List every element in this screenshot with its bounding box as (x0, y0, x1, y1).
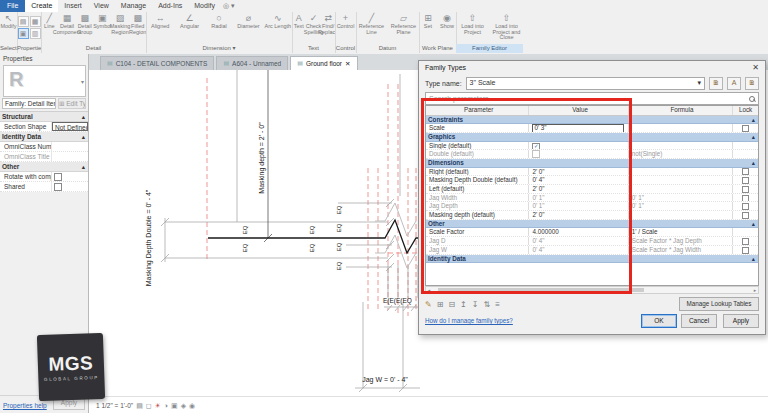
lock-checkbox[interactable] (742, 247, 749, 254)
lock-checkbox[interactable] (742, 212, 749, 219)
sort-descending-icon[interactable]: ≡ (495, 300, 500, 309)
panel-label-control[interactable]: Control (335, 44, 356, 53)
family-types-icon[interactable]: ▣ (18, 28, 29, 39)
new-parameter-icon[interactable]: ⊞ (437, 300, 444, 309)
panel-label-dimension[interactable]: Dimension ▾ (146, 44, 292, 53)
edit-type-button[interactable]: ⊞ Edit Type (58, 98, 86, 109)
load-into-project-button[interactable]: ⇧Load into Project (456, 13, 489, 35)
tab-file[interactable]: File (0, 0, 25, 12)
panel-label-detail[interactable]: Detail (41, 44, 146, 53)
view-tab-ground-floor[interactable]: ▤Ground floor✕ (290, 56, 357, 70)
set-work-plane-button[interactable]: ⊞Set (419, 13, 437, 30)
rename-type-button[interactable]: A (727, 77, 741, 90)
properties-help-link[interactable]: Properties help (3, 402, 47, 409)
tab-create[interactable]: Create (25, 0, 58, 12)
angular-dimension-button[interactable]: ∠Angular (175, 13, 203, 30)
property-group-structural[interactable]: Structural▴ (0, 112, 88, 122)
lock-checkbox[interactable] (742, 168, 749, 175)
masking-region-button[interactable]: ▨Masking Region (112, 13, 129, 35)
move-up-icon[interactable]: ↥ (460, 300, 467, 309)
visual-style-icon[interactable]: ◻ (146, 402, 152, 410)
panel-label-text[interactable]: Text (292, 44, 335, 53)
load-into-project-close-button[interactable]: ⇧Load into Project and Close (490, 13, 523, 41)
family-filter-combo[interactable]: Family: Detail Items ▾ (2, 98, 56, 109)
family-category-icon[interactable]: ▦ (30, 16, 41, 27)
rotate-with-component-checkbox[interactable] (54, 173, 62, 181)
new-type-button[interactable]: 🗎 (709, 77, 723, 90)
symbol-button[interactable]: ▣Symbol (94, 13, 111, 30)
view-tab-a604[interactable]: ▤A604 - Unnamed (216, 56, 288, 70)
shared-checkbox[interactable] (54, 183, 62, 191)
sort-ascending-icon[interactable]: ⇅ (484, 300, 491, 309)
tab-addins[interactable]: Add-Ins (152, 0, 188, 12)
delete-parameter-icon[interactable]: ⊟ (448, 300, 455, 309)
cancel-button[interactable]: Cancel (681, 314, 717, 328)
property-row-shared[interactable]: Shared (0, 182, 88, 192)
crop-view-icon[interactable]: ▣ (171, 402, 178, 410)
aligned-dimension-button[interactable]: ↔Aligned (146, 13, 174, 30)
lock-checkbox[interactable] (742, 125, 749, 132)
lock-checkbox[interactable] (742, 186, 749, 193)
show-work-plane-button[interactable]: ◉Show (438, 13, 456, 30)
close-icon[interactable]: ✕ (345, 57, 350, 70)
family-parameters-icon[interactable]: ▥ (30, 28, 41, 39)
property-row-omniclass-title[interactable]: OmniClass Title (0, 152, 88, 162)
panel-label-properties[interactable]: Properties (17, 44, 41, 53)
modify-context-dropdown[interactable]: ◎ ▾ (221, 0, 239, 12)
scroll-right-icon[interactable]: ▸ (752, 287, 758, 293)
tab-manage[interactable]: Manage (115, 0, 152, 12)
reference-line-button[interactable]: ╱Reference Line (356, 13, 387, 35)
manage-lookup-tables-button[interactable]: Manage Lookup Tables (679, 297, 759, 311)
view-scale-label[interactable]: 1 1/2" = 1'-0" (96, 402, 133, 409)
close-icon[interactable]: ✕ (752, 63, 759, 72)
reveal-hidden-elements-icon[interactable]: ◉ (189, 402, 195, 410)
detail-group-button[interactable]: ▩Detail Group (76, 13, 93, 35)
panel-label-family-editor[interactable]: Family Editor (456, 44, 523, 53)
properties-palette-icon[interactable]: ▤ (18, 16, 29, 27)
view-tab-c104[interactable]: ▤C104 - DETAIL COMPONENTS (100, 56, 214, 70)
delete-type-button[interactable]: 🗎 (745, 77, 759, 90)
sun-path-icon[interactable]: ☀ (155, 402, 161, 410)
crop-region-visibility-icon[interactable]: ◈ (181, 402, 186, 410)
filled-region-button[interactable]: ▩Filled Region (129, 13, 146, 35)
detail-component-button[interactable]: ▦Detail Component (59, 13, 76, 35)
property-group-identity-data[interactable]: Identity Data▴ (0, 132, 88, 142)
diameter-dimension-button[interactable]: ⌀Diameter (234, 13, 262, 30)
reference-plane-button[interactable]: ▱Reference Plane (388, 13, 419, 35)
svg-text:EQ: EQ (336, 205, 342, 214)
control-button[interactable]: +Control (335, 13, 356, 30)
tab-modify[interactable]: Modify (188, 0, 221, 12)
property-row-section-shape[interactable]: Section ShapeNot Defined (0, 122, 88, 132)
apply-button[interactable]: Apply (723, 314, 759, 328)
type-selector[interactable]: R ▾ (3, 65, 86, 97)
chevron-down-icon[interactable]: ▾ (81, 78, 84, 85)
lock-checkbox[interactable] (742, 177, 749, 184)
lock-checkbox[interactable] (742, 195, 749, 202)
view-control-bar: 1 1/2" = 1'-0" ▤ ◻ ☀ ◑ ▣ ◈ ◉ (88, 396, 768, 413)
tab-insert[interactable]: Insert (58, 0, 88, 12)
panel-label-select[interactable]: Select ▾ (0, 44, 17, 53)
arc-length-dimension-button[interactable]: ∿Arc Length (264, 13, 292, 30)
move-down-icon[interactable]: ↧ (472, 300, 479, 309)
panel-label-datum[interactable]: Datum (356, 44, 419, 53)
section-shape-value[interactable]: Not Defined (52, 122, 88, 131)
find-replace-button[interactable]: ⇄Find/ Replace (321, 13, 335, 35)
radial-dimension-button[interactable]: ○Radial (205, 13, 233, 30)
ok-button[interactable]: OK (641, 314, 677, 328)
collapse-icon: ▴ (752, 133, 755, 141)
property-group-other[interactable]: Other▴ (0, 162, 88, 172)
property-row-omniclass-number[interactable]: OmniClass Number (0, 142, 88, 152)
property-row-rotate-with-component[interactable]: Rotate with compo... (0, 172, 88, 182)
detail-level-icon[interactable]: ▤ (136, 402, 143, 410)
tab-view[interactable]: View (88, 0, 115, 12)
shadows-icon[interactable]: ◑ (164, 402, 168, 409)
ribbon-tab-bar: File Create Insert View Manage Add-Ins M… (0, 0, 768, 12)
edit-parameter-icon[interactable]: ✎ (425, 300, 432, 309)
lock-checkbox[interactable] (742, 203, 749, 210)
panel-family-editor: ⇧Load into Project ⇧Load into Project an… (456, 12, 523, 53)
type-name-combo[interactable]: 3" Scale ▾ (466, 77, 705, 90)
lock-checkbox[interactable] (742, 238, 749, 245)
modify-button[interactable]: ↖ Modify (0, 13, 17, 30)
family-types-help-link[interactable]: How do I manage family types? (425, 317, 513, 324)
panel-label-work-plane[interactable]: Work Plane (419, 44, 456, 53)
